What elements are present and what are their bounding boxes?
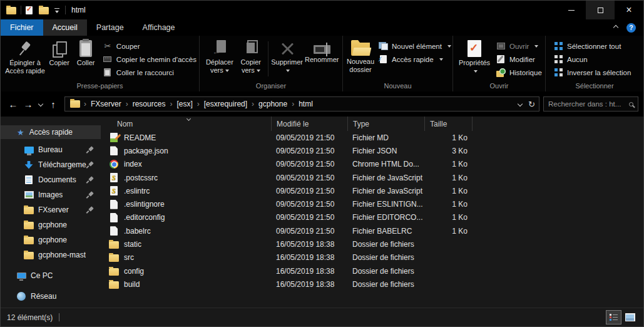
edit-button[interactable]: Modifier — [496, 54, 542, 65]
address-dropdown-icon[interactable] — [518, 101, 523, 106]
maximize-button[interactable] — [586, 1, 615, 19]
breadcrumb-gcphone[interactable]: gcphone — [255, 100, 290, 108]
paste-button[interactable]: Coller — [73, 39, 98, 67]
forward-button[interactable]: → — [21, 96, 36, 112]
table-row-build[interactable]: build16/05/2019 18:38Dossier de fichiers — [101, 278, 643, 291]
refresh-icon[interactable]: ↻ — [528, 100, 535, 109]
table-row-index[interactable]: index09/05/2019 21:50Chrome HTML Do...1 … — [101, 158, 643, 171]
collapse-ribbon-icon[interactable] — [613, 25, 618, 30]
column-header-taille[interactable]: Taille — [424, 117, 472, 131]
copy-to-button[interactable]: Copier vers — [236, 39, 266, 74]
rename-button[interactable]: Renommer — [304, 39, 340, 64]
properties-button[interactable]: Propriétés — [457, 39, 492, 75]
column-header-modifie-le[interactable]: Modifié le — [271, 117, 347, 131]
location-folder-icon — [70, 100, 80, 108]
document-icon — [109, 200, 119, 209]
network-icon — [16, 292, 27, 301]
table-row-src[interactable]: src16/05/2019 18:38Dossier de fichiers — [101, 251, 643, 264]
ribbon: Épingler à Accès rapide Copier Coller ✂C… — [1, 36, 643, 91]
close-button[interactable]: × — [615, 1, 643, 19]
breadcrumb-fxserver[interactable]: FXserver — [88, 100, 125, 108]
table-row-eslintignore[interactable]: .eslintignore09/05/2019 21:50Fichier ESL… — [101, 197, 643, 210]
javascript-file-icon — [109, 186, 119, 195]
folder-icon — [23, 205, 34, 214]
pin-icon — [86, 207, 93, 214]
copy-path-button[interactable]: Copier le chemin d'accès — [103, 54, 197, 65]
select-none-button[interactable]: Aucun — [553, 54, 631, 65]
copy-button[interactable]: Copier — [46, 39, 73, 67]
copy-to-icon — [243, 40, 258, 56]
column-header-type[interactable]: Type — [347, 117, 424, 131]
quick-access-properties-icon[interactable] — [26, 6, 33, 14]
tab-accueil[interactable]: Accueil — [43, 19, 87, 36]
sidebar-item-images[interactable]: Images — [1, 187, 101, 202]
address-bar-row: ← → ↑ › FXserver › resources › [esx] › [… — [1, 91, 643, 117]
tab-fichier[interactable]: Fichier — [1, 19, 43, 36]
table-row-readme[interactable]: README09/05/2019 21:50Fichier MD1 Ko — [101, 131, 643, 144]
move-to-button[interactable]: Déplacer vers — [203, 39, 236, 74]
group-label-organize: Organiser — [200, 81, 342, 91]
sidebar-item-gcphone[interactable]: gcphone — [1, 217, 101, 232]
folder-icon — [23, 236, 34, 244]
paste-icon — [79, 40, 92, 57]
new-folder-button[interactable]: Nouveau dossier — [347, 39, 374, 73]
group-open: Propriétés Ouvrir Modifier Historique Ou… — [453, 36, 546, 91]
edit-icon — [496, 55, 506, 63]
navigation-pane: ★ Accès rapide Bureau Téléchargements Do… — [1, 117, 101, 308]
minimize-icon — [568, 10, 575, 11]
address-bar[interactable]: › FXserver › resources › [esx] › [esxreq… — [64, 96, 539, 112]
sidebar-item-ce-pc[interactable]: Ce PC — [1, 268, 101, 283]
history-button[interactable]: Historique — [496, 67, 542, 78]
back-button[interactable]: ← — [6, 96, 21, 112]
up-button[interactable]: ↑ — [46, 96, 61, 112]
customize-toolbar-icon[interactable] — [54, 7, 61, 14]
table-row-postcssrc[interactable]: .postcssrc09/05/2019 21:50Fichier de Jav… — [101, 171, 643, 184]
sidebar-item-gcphone[interactable]: gcphone — [1, 232, 101, 247]
titlebar: html × — [1, 1, 643, 19]
document-icon — [109, 213, 119, 222]
sidebar-item-gcphone-mast[interactable]: gcphone-mast — [1, 247, 101, 262]
new-item-button[interactable]: Nouvel élément — [378, 41, 451, 51]
quick-access-button[interactable]: Accès rapide — [378, 54, 451, 65]
column-header-nom[interactable]: Nom — [101, 120, 271, 128]
table-row-config[interactable]: config16/05/2019 18:38Dossier de fichier… — [101, 264, 643, 278]
thumbnails-view-button[interactable] — [623, 311, 637, 324]
table-row-babelrc[interactable]: .babelrc09/05/2019 21:50Fichier BABELRC1… — [101, 224, 643, 237]
sidebar-item-telechargements[interactable]: Téléchargements — [1, 157, 101, 172]
breadcrumb-html[interactable]: html — [295, 100, 316, 108]
breadcrumb-resources[interactable]: resources — [130, 100, 169, 108]
titlebar-separator — [65, 6, 66, 14]
column-headers: Nom Modifié le Type Taille — [101, 117, 643, 131]
cut-button[interactable]: ✂Couper — [103, 41, 197, 51]
invert-selection-button[interactable]: Inverser la sélection — [553, 67, 631, 78]
quick-access-new-folder-icon[interactable] — [39, 7, 49, 14]
tab-affichage[interactable]: Affichage — [133, 19, 185, 36]
table-row-editorconfig[interactable]: .editorconfig09/05/2019 21:50Fichier EDI… — [101, 211, 643, 224]
search-input[interactable]: Rechercher dans : ht... — [543, 96, 638, 112]
delete-button[interactable]: Supprimer — [270, 39, 304, 74]
group-label-select: Sélectionner — [546, 81, 643, 91]
document-icon — [109, 226, 119, 236]
table-row-eslintrc[interactable]: .eslintrc09/05/2019 21:50Fichier de Java… — [101, 184, 643, 197]
help-icon[interactable]: ? — [626, 23, 636, 33]
sidebar-item-fxserver[interactable]: FXserver — [1, 202, 101, 217]
pin-to-quick-access-button[interactable]: Épingler à Accès rapide — [4, 39, 46, 75]
group-organize: Déplacer vers Copier vers Supprimer Reno… — [200, 36, 343, 91]
breadcrumb-esxrequired[interactable]: [esxrequired] — [201, 100, 250, 108]
sidebar-item-reseau[interactable]: Réseau — [1, 289, 101, 304]
select-all-button[interactable]: Sélectionner tout — [553, 41, 631, 51]
sidebar-item-quick-access[interactable]: ★ Accès rapide — [1, 125, 101, 139]
sidebar-item-documents[interactable]: Documents — [1, 172, 101, 187]
recent-locations-icon[interactable] — [36, 96, 46, 112]
open-button[interactable]: Ouvrir — [496, 41, 542, 51]
sidebar-item-bureau[interactable]: Bureau — [1, 142, 101, 157]
app-folder-icon — [6, 7, 16, 14]
details-view-button[interactable] — [606, 311, 621, 324]
table-row-static[interactable]: static16/05/2019 18:38Dossier de fichier… — [101, 237, 643, 251]
breadcrumb-esx[interactable]: [esx] — [173, 100, 195, 108]
group-clipboard: Épingler à Accès rapide Copier Coller ✂C… — [1, 36, 200, 91]
tab-partage[interactable]: Partage — [87, 19, 133, 36]
table-row-package-json[interactable]: package.json09/05/2019 21:50Fichier JSON… — [101, 144, 643, 157]
minimize-button[interactable] — [557, 1, 586, 19]
paste-shortcut-button[interactable]: Coller le raccourci — [103, 67, 197, 78]
